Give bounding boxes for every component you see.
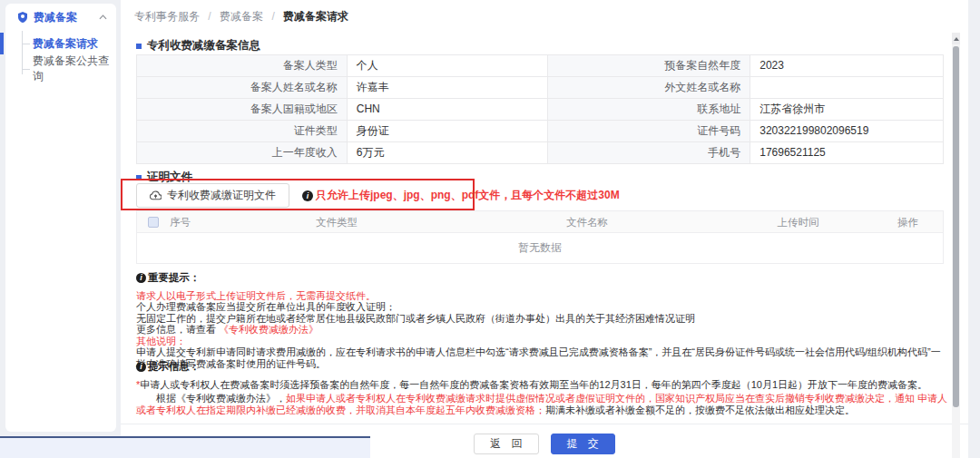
- field-label: 外文姓名或名称: [548, 77, 750, 98]
- notice-line: 个人办理费减备案应当提交所在单位出具的年度收入证明；: [136, 301, 948, 313]
- breadcrumb-separator: /: [208, 10, 211, 23]
- field-label: 备案人姓名或名称: [137, 77, 348, 98]
- chevron-up-icon: [99, 15, 107, 20]
- info-icon: i: [136, 273, 146, 283]
- column-header-file-name: 文件名称: [451, 211, 723, 232]
- section-title-text: 专利收费减缴备案信息: [147, 38, 260, 54]
- tips-text: 根据《专利收费减缴办法》，: [156, 393, 286, 404]
- scrollbar[interactable]: [952, 33, 960, 458]
- files-table: 序号 文件类型 文件名称 上传时间 操作 暂无数据: [136, 210, 944, 264]
- breadcrumb: 专利事务服务 / 费减备案 / 费减备案请求: [134, 9, 348, 24]
- sidebar-item-label: 费减备案请求: [33, 36, 98, 52]
- column-header-actions: 操作: [873, 211, 943, 232]
- section-title-filing-info: 专利收费减缴备案信息: [136, 38, 260, 54]
- field-label: 联系地址: [548, 99, 750, 120]
- table-row: 备案人类型 个人 预备案自然年度 2023: [137, 55, 943, 77]
- field-label: 手机号: [548, 142, 750, 163]
- info-icon: i: [302, 190, 313, 201]
- field-value: 个人: [348, 55, 549, 76]
- sidebar-item-feijian-request[interactable]: 费减备案请求: [5, 31, 116, 56]
- table-row: 备案人国籍或地区 CHN 联系地址 江苏省徐州市: [137, 99, 943, 121]
- upload-button-label: 专利收费减缴证明文件: [167, 188, 276, 203]
- upload-note: i 只允许上传jpeg、jpg、png、pdf文件，且每个文件不超过30M: [302, 188, 620, 203]
- scroll-up-arrow-icon: [954, 37, 959, 41]
- breadcrumb-separator: /: [271, 10, 274, 23]
- table-row: 上一年度收入 6万元 手机号 17696521125: [137, 142, 943, 164]
- notice-line: 更多信息，请查看 《专利收费减缴办法》: [136, 324, 948, 336]
- back-button[interactable]: 返 回: [474, 434, 538, 454]
- notice-line: 请求人以电子形式上传证明文件后，无需再提交纸件。: [136, 290, 948, 302]
- field-value: 身份证: [348, 121, 549, 141]
- footer-divider: [121, 424, 968, 424]
- field-label: 备案人国籍或地区: [137, 99, 348, 120]
- table-row: 证件类型 身份证 证件号码 320322199802096519: [137, 121, 943, 142]
- main-content: 专利事务服务 / 费减备案 / 费减备案请求 专利收费减缴备案信息 备案人类型 …: [121, 0, 968, 458]
- badge-icon: [17, 12, 28, 23]
- sidebar: 费减备案 费减备案请求 费减备案公共查询: [5, 4, 116, 432]
- tips-paragraph: 根据《专利收费减缴办法》，如果申请人或者专利权人在专利收费减缴请求时提供虚假情况…: [136, 393, 948, 415]
- upload-proof-file-button[interactable]: 专利收费减缴证明文件: [136, 183, 289, 208]
- info-icon: i: [136, 362, 146, 372]
- field-value: CHN: [348, 99, 549, 120]
- empty-state: 暂无数据: [137, 233, 943, 263]
- submit-button[interactable]: 提 交: [551, 434, 615, 454]
- select-all-checkbox[interactable]: [148, 217, 159, 228]
- field-label: 证件号码: [548, 121, 750, 141]
- sidebar-tree: 费减备案请求 费减备案公共查询: [5, 31, 116, 82]
- tips-title: i 提示信息：: [136, 361, 948, 373]
- notice-other-label: 其他说明：: [136, 336, 948, 347]
- bottom-window-edge: [0, 436, 370, 458]
- column-header-file-type: 文件类型: [222, 211, 451, 232]
- tips-line: *申请人或专利权人在费减备案时须选择预备案的自然年度，每一自然年度的费减备案资格…: [136, 379, 948, 391]
- column-header-upload-time: 上传时间: [723, 211, 873, 232]
- tips-text: 申请人或专利权人在费减备案时须选择预备案的自然年度，每一自然年度的费减备案资格有…: [140, 379, 927, 390]
- fee-reduction-measures-link[interactable]: 《专利收费减缴办法》: [219, 324, 318, 335]
- field-value: 许嘉丰: [348, 77, 549, 98]
- tips-text: 期满未补缴或者补缴金额不足的，按缴费不足依法做出相应处理决定。: [545, 404, 855, 415]
- field-label: 备案人类型: [137, 55, 348, 76]
- sidebar-group-feijian-beian[interactable]: 费减备案: [5, 4, 116, 31]
- breadcrumb-item[interactable]: 费减备案: [220, 10, 263, 23]
- field-value: 320322199802096519: [750, 121, 943, 141]
- field-label: 上一年度收入: [137, 142, 348, 163]
- filing-info-table: 备案人类型 个人 预备案自然年度 2023 备案人姓名或名称 许嘉丰 外文姓名或…: [136, 54, 944, 164]
- tips-title-text: 提示信息：: [148, 361, 201, 373]
- important-notice: i 重要提示： 请求人以电子形式上传证明文件后，无需再提交纸件。 个人办理费减备…: [136, 272, 948, 369]
- table-row: 备案人姓名或名称 许嘉丰 外文姓名或名称: [137, 77, 943, 99]
- field-value: 2023: [750, 55, 943, 76]
- column-header-index: 序号: [170, 211, 222, 232]
- field-value: 6万元: [348, 142, 549, 163]
- field-label: 证件类型: [137, 121, 348, 141]
- upload-cloud-icon: [150, 190, 162, 200]
- sidebar-group-label: 费减备案: [34, 10, 99, 25]
- breadcrumb-item[interactable]: 专利事务服务: [134, 10, 200, 23]
- notice-text: 更多信息，请查看: [136, 324, 219, 335]
- important-notice-title: i 重要提示：: [136, 272, 948, 284]
- field-label: 预备案自然年度: [548, 55, 750, 76]
- upload-note-text: 只允许上传jpeg、jpg、png、pdf文件，且每个文件不超过30M: [316, 188, 620, 203]
- section-bullet-icon: [136, 44, 142, 49]
- sidebar-item-label: 费减备案公共查询: [33, 54, 116, 84]
- breadcrumb-current: 费减备案请求: [283, 10, 348, 23]
- sidebar-item-feijian-public-query[interactable]: 费减备案公共查询: [5, 56, 116, 82]
- field-value: 江苏省徐州市: [750, 99, 943, 120]
- notice-title-text: 重要提示：: [148, 272, 201, 284]
- section-bullet-icon: [136, 175, 142, 180]
- notice-line: 无固定工作的，提交户籍所在地或者经常居住地县级民政部门或者乡镇人民政府（街道办事…: [136, 313, 948, 325]
- upload-row: 专利收费减缴证明文件 i 只允许上传jpeg、jpg、png、pdf文件，且每个…: [136, 183, 620, 208]
- tips-section: i 提示信息： *申请人或专利权人在费减备案时须选择预备案的自然年度，每一自然年…: [136, 361, 948, 415]
- field-value: [750, 77, 943, 98]
- field-value: 17696521125: [750, 142, 943, 163]
- files-table-header: 序号 文件类型 文件名称 上传时间 操作: [137, 211, 943, 233]
- scrollbar-thumb[interactable]: [953, 46, 959, 407]
- scroll-up-button[interactable]: [952, 33, 960, 44]
